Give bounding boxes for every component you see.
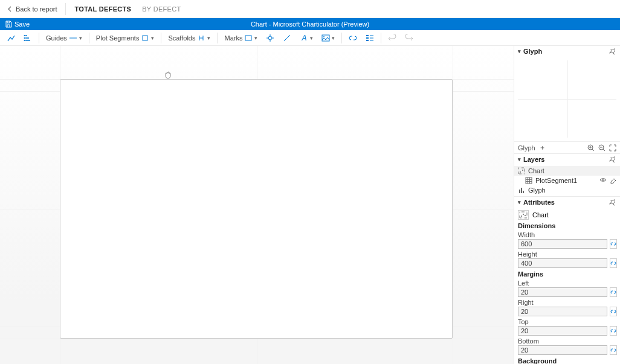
glyph-footer-label: Glyph [518, 144, 535, 152]
margin-right-label: Right [518, 299, 616, 306]
svg-rect-33 [521, 188, 522, 193]
height-label: Height [518, 251, 616, 258]
glyph-panel-title: Glyph [523, 48, 542, 55]
tab-total-defects[interactable]: TOTAL DEFECTS [74, 5, 131, 13]
add-glyph-button[interactable]: ＋ [539, 143, 546, 152]
save-button[interactable]: Save [0, 21, 30, 28]
svg-rect-32 [519, 190, 520, 193]
svg-line-21 [603, 149, 605, 151]
chevron-down-icon: ▾ [151, 35, 154, 41]
svg-point-37 [523, 214, 524, 215]
zoom-out-icon[interactable] [598, 144, 605, 152]
glyph-icon [518, 187, 525, 194]
back-to-report-button[interactable]: Back to report [7, 3, 66, 15]
bind-data-button[interactable] [610, 287, 617, 297]
svg-point-9 [323, 36, 325, 37]
redo-button[interactable] [402, 31, 416, 45]
margin-right-input[interactable] [518, 307, 607, 316]
margin-top-input[interactable] [518, 326, 607, 336]
new-chart-icon[interactable] [4, 31, 18, 45]
grid-icon [525, 177, 532, 184]
text-icon: A [300, 34, 308, 42]
svg-rect-5 [245, 36, 251, 40]
rectangle-icon [244, 34, 253, 42]
report-tabs: TOTAL DEFECTS BY DEFECT [66, 5, 181, 13]
zoom-fit-icon[interactable] [609, 144, 616, 152]
svg-rect-26 [526, 177, 532, 184]
chevron-down-icon: ▾ [207, 35, 210, 41]
zoom-in-icon[interactable] [587, 144, 595, 152]
bind-data-button[interactable] [610, 307, 617, 316]
width-input[interactable] [518, 239, 607, 249]
link-icon [349, 34, 357, 42]
image-mark-dropdown[interactable]: ▾ [318, 31, 338, 45]
attributes-object-label: Chart [532, 211, 549, 219]
guide-horizontal-icon [69, 34, 77, 42]
undo-button[interactable] [385, 31, 399, 45]
pin-icon[interactable] [609, 199, 616, 206]
svg-point-38 [525, 215, 526, 216]
bind-data-button[interactable] [610, 258, 617, 268]
height-input[interactable] [518, 258, 607, 268]
chart-canvas[interactable] [60, 79, 453, 339]
margin-bottom-input[interactable] [518, 345, 607, 355]
pin-icon[interactable] [609, 48, 616, 55]
margin-left-input[interactable] [518, 287, 607, 297]
svg-line-17 [592, 149, 594, 151]
svg-point-0 [24, 35, 25, 36]
width-label: Width [518, 231, 616, 238]
svg-rect-10 [366, 35, 369, 36]
svg-rect-4 [143, 36, 147, 40]
marks-label: Marks [224, 34, 242, 42]
save-label: Save [15, 21, 30, 28]
title-bar: Save Chart - Microsoft Charticulator (Pr… [0, 18, 620, 30]
plot-segments-dropdown[interactable]: Plot Segments ▾ [93, 31, 158, 45]
layer-item-plotsegment[interactable]: PlotSegment1 [514, 176, 620, 185]
layer-label: Chart [528, 167, 544, 174]
grab-cursor-icon [163, 70, 173, 80]
svg-rect-12 [366, 40, 369, 41]
plot-segments-label: Plot Segments [96, 34, 140, 42]
layer-item-chart[interactable]: Chart [514, 166, 620, 176]
glyph-editor[interactable] [514, 57, 620, 141]
canvas-area[interactable] [0, 46, 514, 364]
scaffolds-dropdown[interactable]: Scaffolds ▾ [165, 31, 213, 45]
bind-data-button[interactable] [610, 239, 617, 249]
chevron-left-icon [7, 6, 12, 12]
legend-tool-button[interactable] [363, 31, 377, 45]
margins-heading: Margins [518, 270, 616, 278]
text-mark-dropdown[interactable]: A ▾ [297, 31, 316, 45]
attributes-panel-title: Attributes [523, 199, 555, 206]
link-tool-button[interactable] [346, 31, 360, 45]
erase-icon[interactable] [609, 177, 616, 184]
visibility-icon[interactable] [599, 177, 607, 184]
workspace: ▾ Glyph Glyph ＋ [0, 46, 620, 364]
scaffold-icon [197, 34, 205, 42]
redo-icon [405, 34, 413, 42]
layers-panel: ▾ Layers Chart PlotSegment1 [514, 154, 620, 197]
bind-data-button[interactable] [610, 326, 617, 336]
top-strip: Back to report TOTAL DEFECTS BY DEFECT [0, 0, 620, 18]
symbol-mark-button[interactable] [263, 31, 277, 45]
chevron-down-icon[interactable]: ▾ [518, 48, 521, 54]
undo-icon [388, 34, 396, 42]
guides-dropdown[interactable]: Guides ▾ [43, 31, 85, 45]
guides-label: Guides [46, 34, 67, 42]
svg-point-25 [522, 170, 523, 171]
svg-rect-11 [366, 37, 369, 39]
pin-icon[interactable] [609, 156, 616, 163]
symbol-icon [266, 34, 274, 42]
marks-dropdown[interactable]: Marks ▾ [221, 31, 260, 45]
layer-label: Glyph [528, 187, 546, 194]
nested-chart-icon[interactable] [21, 31, 35, 45]
layer-item-glyph[interactable]: Glyph [514, 185, 620, 195]
svg-point-1 [24, 37, 25, 39]
chevron-down-icon[interactable]: ▾ [518, 156, 521, 162]
save-icon [5, 21, 12, 28]
chevron-down-icon[interactable]: ▾ [518, 199, 521, 205]
tab-by-defect[interactable]: BY DEFECT [142, 5, 181, 13]
bind-data-button[interactable] [610, 345, 617, 355]
glyph-footer: Glyph ＋ [514, 141, 620, 153]
plot-segment-icon [141, 34, 149, 42]
line-mark-button[interactable] [280, 31, 294, 45]
